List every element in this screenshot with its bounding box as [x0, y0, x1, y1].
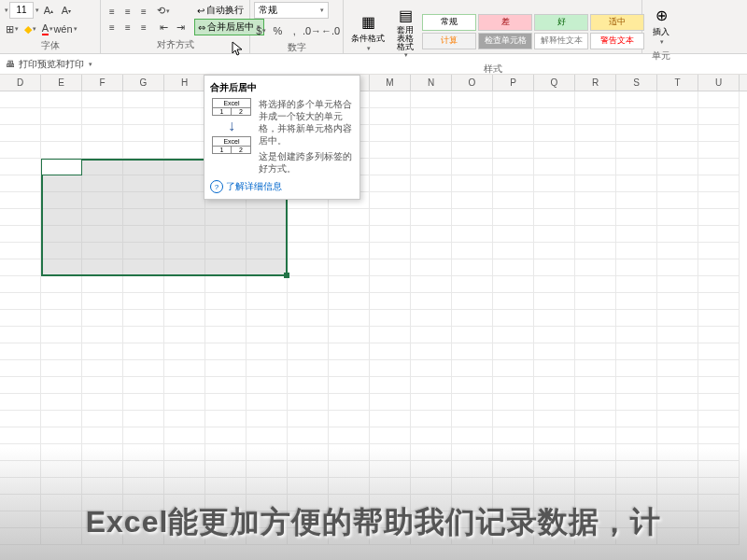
cell[interactable] [247, 478, 288, 495]
cell[interactable] [575, 159, 616, 175]
cell[interactable] [452, 411, 493, 427]
cell[interactable] [123, 327, 164, 343]
cell[interactable] [247, 360, 288, 377]
cell[interactable] [575, 343, 616, 360]
cell[interactable] [370, 377, 411, 394]
cell[interactable] [0, 444, 41, 461]
cell[interactable] [164, 192, 205, 209]
cell[interactable] [616, 125, 657, 142]
cell[interactable] [534, 461, 575, 478]
cell[interactable] [493, 310, 534, 327]
cell[interactable] [205, 243, 247, 259]
cell[interactable] [329, 243, 370, 259]
cell[interactable] [370, 411, 411, 427]
cell[interactable] [616, 394, 657, 411]
cell[interactable] [698, 478, 740, 495]
cell[interactable] [41, 91, 82, 108]
cell[interactable] [0, 343, 41, 360]
cell[interactable] [657, 125, 698, 142]
cell[interactable] [411, 327, 452, 343]
cell[interactable] [452, 343, 493, 360]
cell[interactable] [41, 327, 82, 343]
accounting-format-icon[interactable]: $▾ [254, 22, 269, 39]
cell[interactable] [534, 192, 575, 209]
cell[interactable] [657, 377, 698, 394]
cell[interactable] [123, 444, 164, 461]
cell[interactable] [698, 343, 740, 360]
tooltip-learn-more-link[interactable]: 了解详细信息 [210, 180, 354, 193]
cell[interactable] [82, 394, 123, 411]
cell[interactable] [288, 293, 329, 310]
cell[interactable] [411, 310, 452, 327]
cell[interactable] [534, 175, 575, 192]
style-swatch[interactable]: 计算 [422, 33, 476, 49]
style-swatch[interactable]: 差 [478, 14, 532, 31]
cell[interactable] [123, 209, 164, 226]
cell[interactable] [411, 478, 452, 495]
cell[interactable] [698, 461, 740, 478]
cell[interactable] [123, 310, 164, 327]
percent-icon[interactable]: % [271, 22, 286, 39]
cell[interactable] [411, 125, 452, 142]
align-right-icon[interactable]: ≡ [136, 20, 151, 35]
cell[interactable] [534, 243, 575, 259]
cell[interactable] [411, 142, 452, 159]
cell[interactable] [0, 209, 41, 226]
column-header[interactable]: S [616, 75, 657, 91]
decrease-decimal-icon[interactable]: ←.0 [322, 22, 339, 39]
font-family-dropdown[interactable]: ▾ [5, 7, 8, 14]
cell[interactable] [164, 175, 205, 192]
cell[interactable] [41, 243, 82, 259]
cell[interactable] [657, 394, 698, 411]
cell[interactable] [205, 226, 247, 243]
column-header[interactable]: N [411, 75, 452, 91]
cell[interactable] [493, 360, 534, 377]
cell[interactable] [41, 360, 82, 377]
cell[interactable] [0, 192, 41, 209]
cell[interactable] [123, 394, 164, 411]
cell[interactable] [205, 444, 247, 461]
print-preview-label[interactable]: 打印预览和打印 [19, 58, 84, 71]
cell[interactable] [247, 394, 288, 411]
cell[interactable] [123, 377, 164, 394]
cell[interactable] [82, 444, 123, 461]
cell[interactable] [164, 327, 205, 343]
cell[interactable] [657, 327, 698, 343]
cell[interactable] [452, 327, 493, 343]
cell[interactable] [698, 411, 740, 427]
cell[interactable] [616, 411, 657, 427]
cell[interactable] [82, 461, 123, 478]
cell[interactable] [205, 478, 247, 495]
cell[interactable] [0, 91, 41, 108]
cell[interactable] [575, 444, 616, 461]
cell[interactable] [575, 377, 616, 394]
cell[interactable] [370, 243, 411, 259]
cell[interactable] [82, 310, 123, 327]
cell[interactable] [411, 411, 452, 427]
cell[interactable] [657, 192, 698, 209]
cell[interactable] [698, 192, 740, 209]
cell[interactable] [575, 293, 616, 310]
cell[interactable] [205, 276, 247, 293]
cell[interactable] [41, 276, 82, 293]
cell[interactable] [0, 327, 41, 343]
style-swatch[interactable]: 检查单元格 [478, 33, 532, 49]
cell[interactable] [123, 192, 164, 209]
cell[interactable] [698, 394, 740, 411]
cell[interactable] [575, 243, 616, 259]
cell[interactable] [534, 411, 575, 427]
cell[interactable] [288, 310, 329, 327]
cell[interactable] [41, 444, 82, 461]
cell[interactable] [452, 175, 493, 192]
cell[interactable] [657, 243, 698, 259]
cell[interactable] [493, 159, 534, 175]
orientation-icon[interactable]: ⟲▾ [155, 3, 172, 20]
cell[interactable] [164, 478, 205, 495]
cell[interactable] [288, 209, 329, 226]
cell[interactable] [123, 108, 164, 125]
cell[interactable] [534, 444, 575, 461]
cell[interactable] [82, 427, 123, 444]
cell[interactable] [0, 226, 41, 243]
cell[interactable] [205, 259, 247, 276]
cell[interactable] [247, 293, 288, 310]
